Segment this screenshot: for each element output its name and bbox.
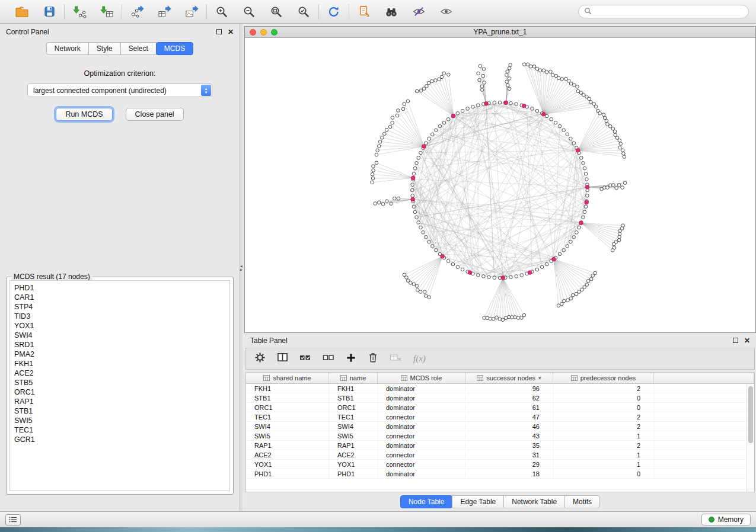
float-panel-icon[interactable] — [216, 29, 222, 34]
window-minimize-icon[interactable] — [260, 29, 267, 36]
mcds-node-item[interactable]: GCR1 — [14, 435, 225, 444]
export-network-icon[interactable] — [129, 4, 145, 20]
table-row[interactable]: STB1STB1dominator620 — [246, 393, 754, 403]
table-panel-title: Table Panel — [250, 336, 288, 345]
export-image-icon[interactable] — [184, 4, 199, 20]
network-graph[interactable] — [245, 38, 755, 332]
mcds-node-item[interactable]: ACE2 — [14, 368, 225, 378]
mcds-node-item[interactable]: SWI5 — [14, 416, 225, 425]
select-all-rows-icon[interactable] — [299, 352, 311, 366]
optimization-criterion-value: largest connected component (undirected) — [33, 86, 167, 95]
tab-network[interactable]: Network — [46, 42, 89, 55]
table-row[interactable]: RAP1RAP1dominator352 — [246, 441, 754, 450]
table-cell: 35 — [465, 442, 553, 449]
table-cell: ORC1 — [246, 404, 329, 411]
refresh-view-icon[interactable] — [326, 4, 342, 20]
run-mcds-button[interactable]: Run MCDS — [56, 108, 112, 121]
table-cell: STB1 — [246, 395, 329, 402]
tab-style[interactable]: Style — [88, 42, 121, 55]
mcds-node-item[interactable]: PMA2 — [14, 350, 225, 359]
close-panel-icon[interactable]: ✕ — [228, 28, 234, 36]
mcds-node-item[interactable]: SRD1 — [14, 340, 225, 350]
deselect-all-rows-icon[interactable] — [323, 352, 334, 366]
table-scrollbar-thumb[interactable] — [748, 386, 753, 443]
mcds-node-item[interactable]: FKH1 — [14, 359, 225, 368]
search-network-binoculars-icon[interactable] — [384, 4, 399, 20]
tab-select[interactable]: Select — [120, 42, 157, 55]
column-header-name[interactable]: name — [329, 373, 378, 383]
import-table-icon[interactable] — [99, 4, 114, 20]
show-hidden-eye-icon[interactable] — [438, 4, 454, 20]
column-header-shared-name[interactable]: shared name — [246, 373, 329, 383]
table-row[interactable]: YOX1YOX1connector291 — [246, 460, 754, 469]
zoom-in-icon[interactable] — [214, 4, 229, 20]
network-window-titlebar[interactable]: YPA_prune.txt_1 — [245, 27, 755, 38]
table-row[interactable]: ACE2ACE2connector311 — [246, 450, 754, 460]
window-close-icon[interactable] — [250, 29, 256, 36]
search-input[interactable] — [595, 7, 743, 17]
table-cell: FKH1 — [329, 385, 378, 392]
mcds-result-list[interactable]: PHD1CAR1STP4TID3YOX1SWI4SRD1PMA2FKH1ACE2… — [9, 280, 230, 491]
mcds-node-item[interactable]: TEC1 — [14, 425, 225, 435]
table-row[interactable]: FKH1FKH1dominator962 — [246, 384, 754, 393]
zoom-fit-icon[interactable] — [269, 4, 284, 20]
mcds-node-item[interactable]: YOX1 — [14, 321, 225, 331]
float-table-panel-icon[interactable] — [733, 338, 738, 343]
hide-selected-eye-slash-icon[interactable] — [411, 4, 426, 20]
mcds-node-item[interactable]: TID3 — [14, 312, 225, 321]
copy-to-clipboard-icon[interactable] — [356, 4, 372, 20]
mcds-node-item[interactable]: STB5 — [14, 378, 225, 387]
table-cell: 47 — [465, 414, 553, 421]
status-bar: Memory — [0, 511, 756, 527]
add-column-plus-icon[interactable] — [346, 352, 356, 366]
mcds-node-item[interactable]: RAP1 — [14, 397, 225, 406]
zoom-selected-icon[interactable] — [296, 4, 311, 20]
column-header-predecessor-nodes[interactable]: predecessor nodes — [553, 373, 654, 383]
table-tab-network-table[interactable]: Network Table — [503, 495, 565, 508]
optimization-criterion-select[interactable]: largest connected component (undirected)… — [27, 84, 212, 97]
delete-column-trash-icon[interactable] — [368, 352, 378, 366]
table-row[interactable]: ORC1ORC1dominator610 — [246, 403, 754, 412]
memory-button[interactable]: Memory — [701, 514, 751, 525]
mcds-node-item[interactable]: STP4 — [14, 302, 225, 312]
table-cell: dominator — [378, 404, 465, 411]
mcds-node-item[interactable]: CAR1 — [14, 293, 225, 302]
column-settings-gear-icon[interactable] — [254, 352, 266, 366]
close-panel-button[interactable]: Close panel — [126, 108, 184, 121]
table-tab-edge-table[interactable]: Edge Table — [452, 495, 504, 508]
window-maximize-icon[interactable] — [271, 29, 277, 36]
tab-mcds[interactable]: MCDS — [156, 42, 193, 55]
table-cell: 96 — [465, 385, 553, 392]
column-header-MCDS-role[interactable]: MCDS role — [378, 373, 465, 383]
table-toolbar: f(x) — [245, 348, 755, 370]
memory-status-icon — [709, 517, 714, 523]
mcds-node-item[interactable]: STB1 — [14, 406, 225, 416]
status-menu-button[interactable] — [5, 514, 21, 525]
export-table-icon[interactable] — [157, 4, 172, 20]
zoom-out-icon[interactable] — [241, 4, 257, 20]
mcds-node-item[interactable]: SWI4 — [14, 331, 225, 340]
open-session-icon[interactable] — [14, 4, 30, 20]
table-row[interactable]: TEC1TEC1connector472 — [246, 412, 754, 422]
show-columns-icon[interactable] — [277, 352, 288, 366]
table-cell: FKH1 — [246, 385, 329, 392]
table-cell: 31 — [465, 451, 553, 459]
table-cell: 29 — [465, 461, 553, 468]
table-row[interactable]: PHD1PHD1dominator180 — [246, 469, 754, 479]
table-scrollbar-track[interactable] — [747, 384, 754, 492]
save-session-icon[interactable] — [42, 4, 57, 20]
network-canvas[interactable] — [245, 38, 755, 332]
table-row[interactable]: SWI4SWI4dominator462 — [246, 422, 754, 431]
mcds-node-item[interactable]: ORC1 — [14, 387, 225, 397]
control-panel: Control Panel ✕ NetworkStyleSelectMCDS O… — [0, 24, 240, 511]
table-tab-motifs[interactable]: Motifs — [564, 495, 600, 508]
close-table-panel-icon[interactable]: ✕ — [744, 337, 750, 344]
table-cell: connector — [378, 414, 465, 421]
import-network-icon[interactable] — [72, 4, 87, 20]
mcds-node-item[interactable]: PHD1 — [14, 283, 225, 293]
table-row[interactable]: SWI5SWI5connector431 — [246, 431, 754, 441]
table-cell: 0 — [553, 395, 654, 402]
global-search[interactable] — [578, 5, 749, 18]
column-header-successor-nodes[interactable]: successor nodes▾ — [465, 373, 553, 383]
table-tab-node-table[interactable]: Node Table — [400, 495, 453, 508]
